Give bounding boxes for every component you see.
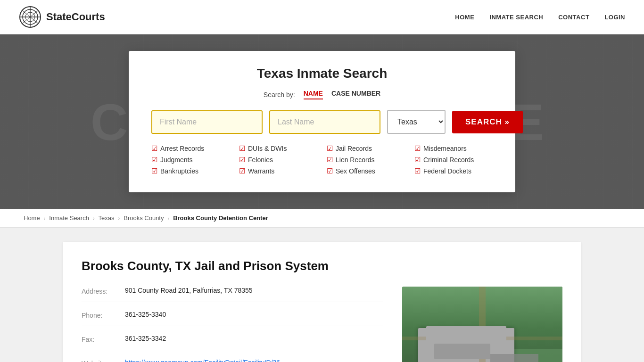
check-icon: ☑ xyxy=(414,144,421,153)
main-nav: HOME INMATE SEARCH CONTACT LOGIN xyxy=(455,14,625,21)
hero-section: COURTHOUSE Texas Inmate Search Search by… xyxy=(0,34,644,209)
fax-label: Fax: xyxy=(82,335,119,343)
facility-title: Brooks County, TX Jail and Prison System xyxy=(82,259,562,273)
nav-inmate-search[interactable]: INMATE SEARCH xyxy=(489,14,543,21)
check-label: DUIs & DWIs xyxy=(248,145,287,152)
check-label: Jail Records xyxy=(336,145,372,152)
search-card-title: Texas Inmate Search xyxy=(151,66,493,81)
search-by-row: Search by: NAME CASE NUMBER xyxy=(151,90,493,99)
breadcrumb-home[interactable]: Home xyxy=(24,214,40,222)
tab-case-number[interactable]: CASE NUMBER xyxy=(331,90,380,99)
breadcrumb-state[interactable]: Texas xyxy=(99,214,115,222)
state-select[interactable]: Texas Alabama Alaska Arizona Arkansas Ca… xyxy=(387,110,446,134)
check-icon: ☑ xyxy=(239,144,245,153)
check-item: ☑Bankruptcies xyxy=(151,167,230,175)
logo-area: StateCourts xyxy=(19,6,105,28)
phone-value: 361-325-3340 xyxy=(125,311,166,318)
check-item: ☑Jail Records xyxy=(327,144,405,153)
address-label: Address: xyxy=(82,287,119,295)
breadcrumb-sep-4: › xyxy=(167,215,169,221)
check-label: Bankruptcies xyxy=(160,167,198,175)
check-icon: ☑ xyxy=(239,167,245,175)
checks-grid: ☑Arrest Records☑DUIs & DWIs☑Jail Records… xyxy=(151,144,493,175)
breadcrumb-sep-2: › xyxy=(93,215,95,221)
check-item: ☑Criminal Records xyxy=(414,156,493,164)
check-label: Judgments xyxy=(160,156,192,164)
website-link[interactable]: https://www.geogroup.com/FacilityDetail/… xyxy=(125,359,280,362)
breadcrumb-county[interactable]: Brooks County xyxy=(124,214,164,222)
search-button[interactable]: SEARCH » xyxy=(452,111,523,133)
fax-value: 361-325-3342 xyxy=(125,335,166,342)
facility-image xyxy=(402,287,562,362)
phone-label: Phone: xyxy=(82,311,119,319)
fax-row: Fax: 361-325-3342 xyxy=(82,335,383,350)
check-item: ☑Misdemeanors xyxy=(414,144,493,153)
breadcrumb: Home › Inmate Search › Texas › Brooks Co… xyxy=(0,209,644,228)
check-icon: ☑ xyxy=(327,144,333,153)
check-icon: ☑ xyxy=(414,156,421,164)
website-label: Website: xyxy=(82,359,119,362)
check-label: Lien Records xyxy=(336,156,375,164)
phone-row: Phone: 361-325-3340 xyxy=(82,311,383,326)
website-row: Website: https://www.geogroup.com/Facili… xyxy=(82,359,383,362)
logo-icon xyxy=(19,6,41,28)
check-label: Criminal Records xyxy=(423,156,474,164)
first-name-input[interactable] xyxy=(151,110,263,134)
nav-home[interactable]: HOME xyxy=(455,14,474,21)
check-label: Misdemeanors xyxy=(423,145,467,152)
check-item: ☑Judgments xyxy=(151,156,230,164)
nav-login[interactable]: LOGIN xyxy=(604,14,625,21)
breadcrumb-current: Brooks County Detention Center xyxy=(173,214,268,222)
check-label: Arrest Records xyxy=(160,145,204,152)
search-by-label: Search by: xyxy=(264,91,295,99)
check-item: ☑DUIs & DWIs xyxy=(239,144,317,153)
check-icon: ☑ xyxy=(327,156,333,164)
check-item: ☑Arrest Records xyxy=(151,144,230,153)
tab-name[interactable]: NAME xyxy=(304,90,323,99)
address-value: 901 County Road 201, Falfurrias, TX 7835… xyxy=(125,287,253,294)
search-card: Texas Inmate Search Search by: NAME CASE… xyxy=(129,51,515,192)
search-inputs-row: Texas Alabama Alaska Arizona Arkansas Ca… xyxy=(151,110,493,134)
check-item: ☑Lien Records xyxy=(327,156,405,164)
check-label: Federal Dockets xyxy=(423,167,471,175)
check-icon: ☑ xyxy=(151,167,157,175)
facility-info: Address: 901 County Road 201, Falfurrias… xyxy=(82,287,383,362)
check-icon: ☑ xyxy=(327,167,333,175)
logo-text: StateCourts xyxy=(46,11,105,23)
check-label: Sex Offenses xyxy=(336,167,375,175)
check-item: ☑Sex Offenses xyxy=(327,167,405,175)
main-content: Brooks County, TX Jail and Prison System… xyxy=(39,228,605,362)
check-item: ☑Felonies xyxy=(239,156,317,164)
check-icon: ☑ xyxy=(414,167,421,175)
check-item: ☑Warrants xyxy=(239,167,317,175)
breadcrumb-inmate-search[interactable]: Inmate Search xyxy=(49,214,89,222)
site-header: StateCourts HOME INMATE SEARCH CONTACT L… xyxy=(0,0,644,34)
last-name-input[interactable] xyxy=(269,110,380,134)
check-icon: ☑ xyxy=(151,144,157,153)
content-card: Brooks County, TX Jail and Prison System… xyxy=(63,242,581,362)
check-icon: ☑ xyxy=(239,156,245,164)
breadcrumb-sep-3: › xyxy=(118,215,120,221)
address-row: Address: 901 County Road 201, Falfurrias… xyxy=(82,287,383,302)
check-icon: ☑ xyxy=(151,156,157,164)
check-label: Felonies xyxy=(248,156,273,164)
check-item: ☑Federal Dockets xyxy=(414,167,493,175)
breadcrumb-sep-1: › xyxy=(44,215,46,221)
check-label: Warrants xyxy=(248,167,274,175)
facility-content: Address: 901 County Road 201, Falfurrias… xyxy=(82,287,562,362)
nav-contact[interactable]: CONTACT xyxy=(558,14,589,21)
